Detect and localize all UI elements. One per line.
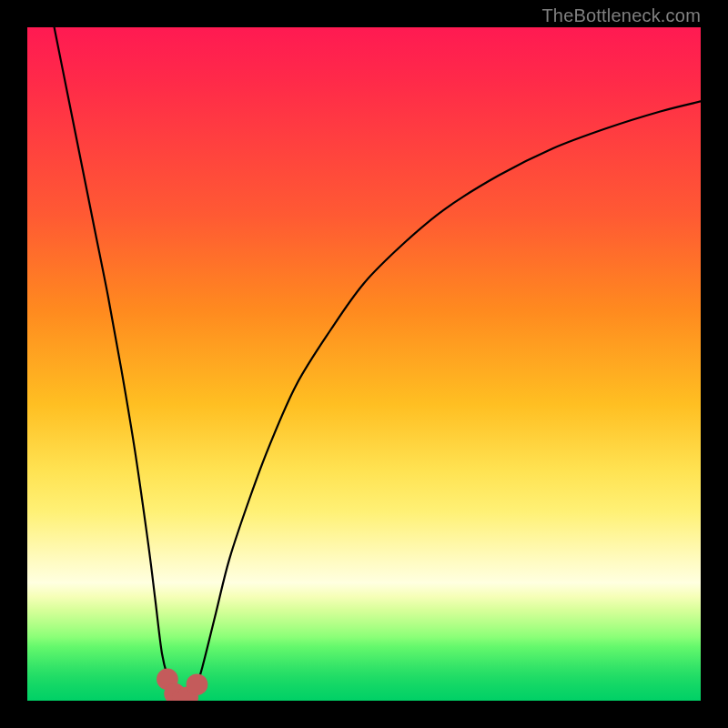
plot-area — [27, 27, 701, 701]
curve-left-branch — [55, 27, 176, 701]
curve-layer — [27, 27, 701, 701]
trough-marker — [187, 673, 208, 695]
chart-frame: TheBottleneck.com — [0, 0, 728, 728]
watermark-label: TheBottleneck.com — [541, 5, 701, 26]
curve-right-branch — [192, 101, 701, 701]
